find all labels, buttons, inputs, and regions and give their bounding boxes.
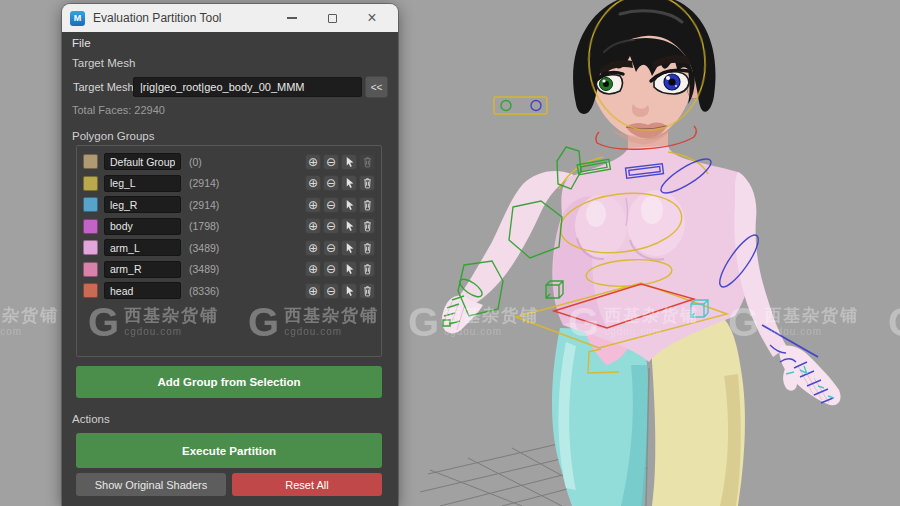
select-faces-button[interactable] (341, 283, 357, 299)
group-face-count: (3489) (189, 263, 235, 275)
group-color-swatch[interactable] (83, 283, 98, 298)
select-faces-button[interactable] (341, 154, 357, 170)
delete-group-button[interactable] (359, 240, 375, 256)
delete-group-button (359, 154, 375, 170)
close-button[interactable]: × (352, 5, 392, 31)
plus-circle-icon: ⊕ (308, 177, 318, 189)
group-face-count: (2914) (189, 177, 235, 189)
group-name-input[interactable] (104, 261, 181, 278)
polygon-group-row: (0) ⊕ ⊖ (83, 152, 375, 171)
polygon-group-list: (0) ⊕ ⊖ (2914) ⊕ ⊖ (2914) (76, 145, 382, 357)
group-color-swatch[interactable] (83, 240, 98, 255)
execute-partition-button[interactable]: Execute Partition (76, 433, 382, 468)
group-color-swatch[interactable] (83, 219, 98, 234)
target-mesh-input[interactable] (133, 77, 362, 97)
group-face-count: (8336) (189, 285, 235, 297)
remove-faces-button[interactable]: ⊖ (323, 240, 339, 256)
remove-faces-button[interactable]: ⊖ (323, 197, 339, 213)
minus-circle-icon: ⊖ (326, 263, 336, 275)
group-name-input[interactable] (104, 175, 181, 192)
remove-faces-button[interactable]: ⊖ (323, 261, 339, 277)
trash-icon (362, 242, 373, 254)
plus-circle-icon: ⊕ (308, 285, 318, 297)
polygon-group-row: (2914) ⊕ ⊖ (83, 195, 375, 214)
maya-app-icon: M (70, 11, 85, 26)
trash-icon (362, 220, 373, 232)
delete-group-button[interactable] (359, 175, 375, 191)
file-menu[interactable]: File (72, 37, 91, 49)
add-faces-button[interactable]: ⊕ (305, 240, 321, 256)
group-name-input[interactable] (104, 153, 181, 170)
group-color-swatch[interactable] (83, 197, 98, 212)
minus-circle-icon: ⊖ (326, 285, 336, 297)
minimize-icon (287, 17, 297, 19)
total-faces-label: Total Faces: 22940 (72, 104, 165, 116)
show-original-shaders-button[interactable]: Show Original Shaders (76, 473, 226, 496)
select-faces-button[interactable] (341, 218, 357, 234)
remove-faces-button[interactable]: ⊖ (323, 283, 339, 299)
minus-circle-icon: ⊖ (326, 156, 336, 168)
cursor-icon (344, 263, 355, 275)
minimize-button[interactable] (272, 5, 312, 31)
group-name-input[interactable] (104, 196, 181, 213)
target-mesh-section-label: Target Mesh (72, 57, 135, 69)
minus-circle-icon: ⊖ (326, 242, 336, 254)
group-name-input[interactable] (104, 218, 181, 235)
trash-icon (362, 177, 373, 189)
plus-circle-icon: ⊕ (308, 220, 318, 232)
delete-group-button[interactable] (359, 197, 375, 213)
polygon-groups-section-label: Polygon Groups (72, 130, 154, 142)
polygon-group-row: (3489) ⊕ ⊖ (83, 260, 375, 279)
group-face-count: (1798) (189, 220, 235, 232)
select-faces-button[interactable] (341, 240, 357, 256)
reset-all-button[interactable]: Reset All (232, 473, 382, 496)
minus-circle-icon: ⊖ (326, 199, 336, 211)
delete-group-button[interactable] (359, 283, 375, 299)
delete-group-button[interactable] (359, 218, 375, 234)
maximize-button[interactable] (312, 5, 352, 31)
actions-section-label: Actions (72, 413, 110, 425)
select-faces-button[interactable] (341, 175, 357, 191)
add-faces-button[interactable]: ⊕ (305, 283, 321, 299)
tool-panel: File Target Mesh Target Mesh: << Total F… (62, 32, 398, 506)
eye-left (595, 73, 623, 94)
remove-faces-button[interactable]: ⊖ (323, 175, 339, 191)
plus-circle-icon: ⊕ (308, 199, 318, 211)
load-selected-button[interactable]: << (365, 76, 388, 98)
group-color-swatch[interactable] (83, 262, 98, 277)
add-faces-button[interactable]: ⊕ (305, 154, 321, 170)
minus-circle-icon: ⊖ (326, 220, 336, 232)
cursor-icon (344, 177, 355, 189)
group-color-swatch[interactable] (83, 154, 98, 169)
polygon-group-row: (3489) ⊕ ⊖ (83, 238, 375, 257)
add-faces-button[interactable]: ⊕ (305, 218, 321, 234)
plus-circle-icon: ⊕ (308, 263, 318, 275)
plus-circle-icon: ⊕ (308, 242, 318, 254)
window-titlebar[interactable]: M Evaluation Partition Tool × (62, 4, 398, 32)
polygon-group-row: (1798) ⊕ ⊖ (83, 217, 375, 236)
polygon-group-row: (8336) ⊕ ⊖ (83, 281, 375, 300)
add-faces-button[interactable]: ⊕ (305, 197, 321, 213)
add-group-button[interactable]: Add Group from Selection (76, 366, 382, 398)
remove-faces-button[interactable]: ⊖ (323, 154, 339, 170)
group-face-count: (3489) (189, 242, 235, 254)
cursor-icon (344, 199, 355, 211)
select-faces-button[interactable] (341, 197, 357, 213)
group-name-input[interactable] (104, 239, 181, 256)
delete-group-button[interactable] (359, 261, 375, 277)
add-faces-button[interactable]: ⊕ (305, 175, 321, 191)
cursor-icon (344, 156, 355, 168)
trash-icon (362, 199, 373, 211)
add-faces-button[interactable]: ⊕ (305, 261, 321, 277)
window-title: Evaluation Partition Tool (93, 11, 222, 25)
group-color-swatch[interactable] (83, 176, 98, 191)
group-name-input[interactable] (104, 282, 181, 299)
group-face-count: (2914) (189, 199, 235, 211)
maximize-icon (328, 14, 337, 23)
remove-faces-button[interactable]: ⊖ (323, 218, 339, 234)
plus-circle-icon: ⊕ (308, 156, 318, 168)
trash-icon (362, 156, 373, 168)
select-faces-button[interactable] (341, 261, 357, 277)
cursor-icon (344, 242, 355, 254)
group-face-count: (0) (189, 156, 235, 168)
